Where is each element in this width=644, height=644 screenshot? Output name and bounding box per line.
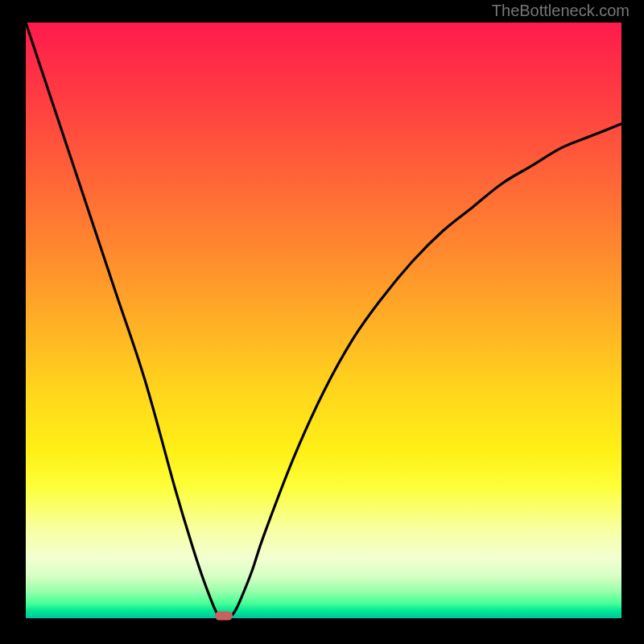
bottleneck-curve (26, 23, 621, 618)
chart-plot-area (26, 23, 621, 618)
watermark-text: TheBottleneck.com (492, 2, 630, 20)
optimal-point-marker (215, 612, 233, 621)
